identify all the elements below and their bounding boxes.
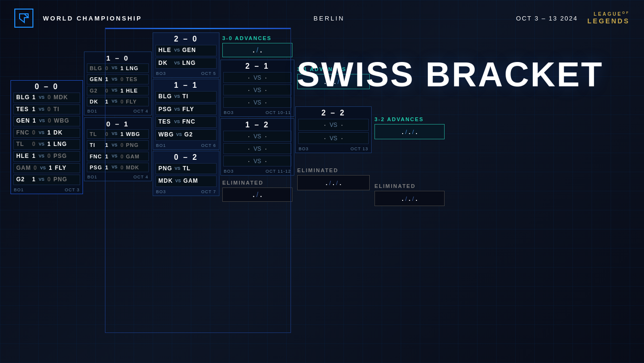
r1-bot-footer: BO1OCT 4	[84, 174, 151, 181]
r3-30adv-section: 3-0 ADVANCES . / .	[220, 32, 294, 58]
match-fnc-dk: FNC0VS1DK	[13, 128, 80, 138]
r5-32-label: 3-2 ADVANCES	[373, 114, 447, 123]
match-dk-fly: DK1VS0FLY	[87, 97, 149, 106]
r1-bot-panel: 0 – 1 TL0VS1WBG TI1VS0PNG FNC1VS0GAM PSG…	[84, 117, 152, 181]
event-title: WORLD CHAMPIONSHIP	[43, 15, 142, 22]
r4-elim-box: . / . / .	[297, 175, 370, 190]
r2-top-footer: BO3OCT 5	[153, 70, 219, 77]
r3-21-m3: ·VS·	[223, 97, 291, 108]
match-gam-fly: GAM0VS1FLY	[13, 163, 80, 174]
r5-elim-box: . / . / .	[374, 191, 445, 206]
r3-elim-box: . / .	[222, 187, 292, 202]
match-gen-tes: GEN1VS0TES	[87, 74, 149, 84]
r2-mid-footer: BO1OCT 6	[153, 142, 219, 149]
r3-30-box: . / .	[222, 43, 292, 57]
r4-22-m2: ·VS·	[298, 132, 369, 144]
match-gen-wbg: GEN1VS0WBG	[13, 116, 80, 126]
match-blg-lng: BLG0VS1LNG	[87, 63, 149, 73]
match-png-tl: PNGVSTL	[156, 163, 217, 175]
r3-12-panel: 1 – 2 ·VS· ·VS· ·VS· BO3OCT 11-12	[220, 118, 294, 176]
r2-mid-panel: 1 – 1 BLGVSTI PSGVSFLY TESVSFNC WBGVSG2 …	[153, 79, 219, 149]
r1-top-score: 1 – 0	[84, 52, 151, 62]
r4-22-score: 2 – 2	[296, 107, 371, 117]
match-wbg-g2: WBGVSG2	[156, 129, 217, 141]
round0-col: 0 – 0 BLG1VS0MDK TES1VS0TI GEN1VS0WBG FN…	[10, 32, 83, 194]
r1-top-panel: 1 – 0 BLG0VS1LNG GEN1VS0TES G20VS1HLE DK…	[84, 52, 152, 115]
r4-22-footer: BO3OCT 13	[296, 145, 371, 153]
round1-col: 1 – 0 BLG0VS1LNG GEN1VS0TES G20VS1HLE DK…	[84, 32, 152, 181]
match-mdk-gam: MDKVSGAM	[156, 176, 217, 187]
event-date: OCT 3 – 13 2024	[516, 15, 578, 22]
r3-12-m2: ·VS·	[223, 143, 291, 154]
event-location: BERLIN	[313, 15, 344, 22]
match-g2-png: G21VS0PNG	[13, 175, 80, 185]
r3-21-score: 2 – 1	[221, 60, 294, 71]
match-tes-fnc: TESVSFNC	[156, 116, 217, 128]
match-g2-hle: G20VS1HLE	[87, 86, 149, 95]
header: WORLD CHAMPIONSHIP BERLIN OCT 3 – 13 202…	[0, 0, 644, 32]
r3-21-m1: ·VS·	[223, 72, 291, 83]
swiss-bracket-title: SWISS BRACKET	[297, 55, 603, 94]
match-hle-psg: HLE1VS0PSG	[13, 151, 80, 162]
r4-elim-label: ELIMINATED	[295, 165, 372, 174]
r0-footer: BO1OCT 3	[11, 187, 83, 194]
r4-22-m1: ·VS·	[298, 119, 369, 131]
r2-top-score: 2 – 0	[153, 33, 219, 43]
r1-bot-score: 0 – 1	[84, 118, 151, 128]
lol-logo: LEAGUEOF LEGENDS	[587, 11, 630, 25]
r3-21-m2: ·VS·	[223, 84, 291, 95]
r4-22-panel: 2 – 2 ·VS· ·VS· BO3OCT 13	[295, 106, 372, 153]
r2-bot-footer: BO3OCT 7	[153, 188, 219, 196]
r5-elim-label: ELIMINATED	[373, 180, 447, 190]
page-container: WORLD CHAMPIONSHIP BERLIN OCT 3 – 13 202…	[0, 0, 644, 363]
app-logo	[14, 9, 33, 28]
r3-21-panel: 2 – 1 ·VS· ·VS· ·VS· BO3OCT 10-11	[220, 60, 294, 117]
match-psg-mdk: PSG1VS0MDK	[87, 163, 149, 172]
r3-12-m3: ·VS·	[223, 156, 291, 166]
match-blg-mdk: BLG1VS0MDK	[13, 93, 80, 103]
r3-12-score: 1 – 2	[221, 119, 294, 129]
round0-panel: 0 – 0 BLG1VS0MDK TES1VS0TI GEN1VS0WBG FN…	[10, 80, 83, 194]
r5-elim-section: ELIMINATED . / . / .	[373, 180, 447, 207]
match-hle-gen: HLEVSGEN	[156, 45, 217, 56]
r2-bot-panel: 0 – 2 PNGVSTL MDKVSGAM BO3OCT 7	[153, 151, 219, 196]
r5-32-box: . / . / .	[374, 124, 445, 139]
r3-21-footer: BO3OCT 10-11	[221, 109, 294, 116]
r2-mid-score: 1 – 1	[153, 79, 219, 90]
r3-elim-section: ELIMINATED . / .	[220, 177, 294, 203]
match-tes-ti: TES1VS0TI	[13, 104, 80, 115]
r5-32adv-section: 3-2 ADVANCES . / . / .	[373, 114, 447, 140]
r3-30-label: 3-0 ADVANCES	[220, 32, 294, 42]
r2-bot-score: 0 – 2	[153, 151, 219, 162]
match-fnc-gam: FNC1VS0GAM	[87, 152, 149, 161]
match-ti-png: TI1VS0PNG	[87, 140, 149, 150]
match-tl-wbg: TL0VS1WBG	[87, 129, 149, 139]
round3-col: 3-0 ADVANCES . / . 2 – 1 ·VS· ·VS· ·VS·	[220, 32, 294, 203]
r3-12-footer: BO3OCT 11-12	[221, 168, 294, 175]
r1-top-footer: BO1OCT 4	[84, 108, 151, 115]
match-psg-fly: PSGVSFLY	[156, 104, 217, 115]
match-blg-ti: BLGVSTI	[156, 91, 217, 103]
round2-col: 2 – 0 HLEVSGEN DKVSLNG BO3OCT 5 1 – 1 BL…	[153, 32, 219, 196]
r4-elim-section: ELIMINATED . / . / .	[295, 165, 372, 191]
r2-top-panel: 2 – 0 HLEVSGEN DKVSLNG BO3OCT 5	[153, 32, 219, 78]
match-tl-lng: TL0VS1LNG	[13, 139, 80, 150]
r3-12-m1: ·VS·	[223, 131, 291, 142]
r0-score: 0 – 0	[11, 81, 83, 91]
match-dk-lng: DKVSLNG	[156, 58, 217, 69]
r3-elim-label: ELIMINATED	[220, 177, 294, 187]
